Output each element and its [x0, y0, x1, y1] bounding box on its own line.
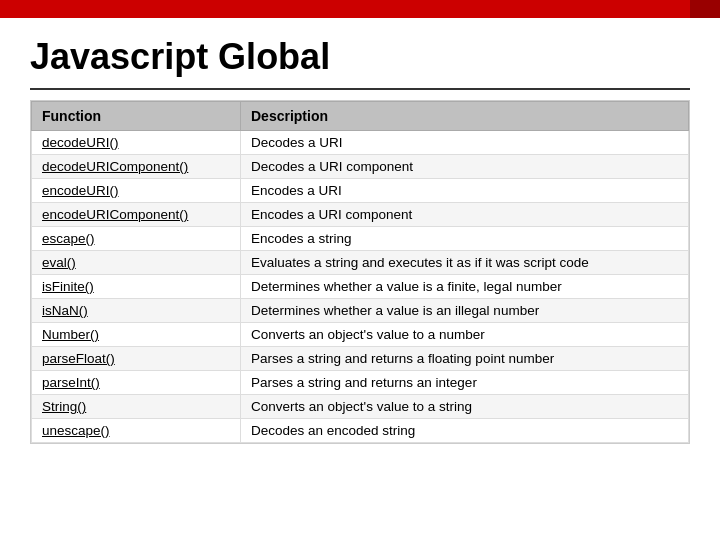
table-row: isFinite()Determines whether a value is …	[32, 275, 689, 299]
function-cell[interactable]: encodeURIComponent()	[32, 203, 241, 227]
description-cell: Determines whether a value is an illegal…	[241, 299, 689, 323]
description-cell: Decodes a URI	[241, 131, 689, 155]
table-row: Number()Converts an object's value to a …	[32, 323, 689, 347]
function-cell[interactable]: encodeURI()	[32, 179, 241, 203]
col-header-function: Function	[32, 102, 241, 131]
table-row: String()Converts an object's value to a …	[32, 395, 689, 419]
description-cell: Determines whether a value is a finite, …	[241, 275, 689, 299]
function-cell[interactable]: parseFloat()	[32, 347, 241, 371]
function-cell[interactable]: escape()	[32, 227, 241, 251]
description-cell: Encodes a string	[241, 227, 689, 251]
top-bar-accent	[690, 0, 720, 18]
functions-table: Function Description decodeURI()Decodes …	[31, 101, 689, 443]
function-cell[interactable]: String()	[32, 395, 241, 419]
description-cell: Parses a string and returns an integer	[241, 371, 689, 395]
table-row: decodeURI()Decodes a URI	[32, 131, 689, 155]
divider	[30, 88, 690, 90]
table-row: encodeURIComponent()Encodes a URI compon…	[32, 203, 689, 227]
function-cell[interactable]: eval()	[32, 251, 241, 275]
table-row: parseInt()Parses a string and returns an…	[32, 371, 689, 395]
description-cell: Converts an object's value to a number	[241, 323, 689, 347]
page-title: Javascript Global	[0, 18, 720, 88]
table-row: parseFloat()Parses a string and returns …	[32, 347, 689, 371]
table-row: decodeURIComponent()Decodes a URI compon…	[32, 155, 689, 179]
function-cell[interactable]: unescape()	[32, 419, 241, 443]
description-cell: Evaluates a string and executes it as if…	[241, 251, 689, 275]
function-cell[interactable]: Number()	[32, 323, 241, 347]
function-cell[interactable]: decodeURIComponent()	[32, 155, 241, 179]
function-cell[interactable]: isFinite()	[32, 275, 241, 299]
col-header-description: Description	[241, 102, 689, 131]
table-row: encodeURI()Encodes a URI	[32, 179, 689, 203]
description-cell: Decodes a URI component	[241, 155, 689, 179]
table-row: escape()Encodes a string	[32, 227, 689, 251]
function-cell[interactable]: isNaN()	[32, 299, 241, 323]
description-cell: Converts an object's value to a string	[241, 395, 689, 419]
top-bar	[0, 0, 720, 18]
description-cell: Encodes a URI	[241, 179, 689, 203]
description-cell: Parses a string and returns a floating p…	[241, 347, 689, 371]
table-row: eval()Evaluates a string and executes it…	[32, 251, 689, 275]
table-row: isNaN()Determines whether a value is an …	[32, 299, 689, 323]
function-cell[interactable]: parseInt()	[32, 371, 241, 395]
table-row: unescape()Decodes an encoded string	[32, 419, 689, 443]
function-cell[interactable]: decodeURI()	[32, 131, 241, 155]
table-header-row: Function Description	[32, 102, 689, 131]
table-container: Function Description decodeURI()Decodes …	[30, 100, 690, 444]
description-cell: Decodes an encoded string	[241, 419, 689, 443]
description-cell: Encodes a URI component	[241, 203, 689, 227]
